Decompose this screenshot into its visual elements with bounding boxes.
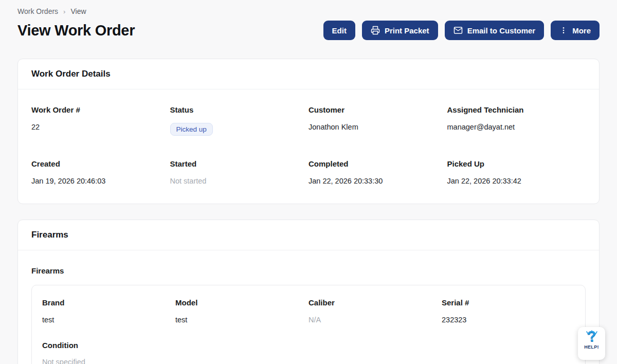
firearms-card: Firearms Firearms Brand test Model test … <box>17 220 600 364</box>
field-label: Work Order # <box>31 105 170 114</box>
field-value: Jan 19, 2026 20:46:03 <box>31 177 170 185</box>
field-value: test <box>42 316 175 324</box>
field-status: Status Picked up <box>170 105 309 136</box>
more-button[interactable]: More <box>551 21 600 40</box>
field-created: Created Jan 19, 2026 20:46:03 <box>31 159 170 185</box>
field-label: Picked Up <box>447 159 586 168</box>
field-value: Not specified <box>42 358 575 364</box>
field-label: Status <box>170 105 309 114</box>
field-label: Started <box>170 159 309 168</box>
firearm-field-grid: Brand test Model test Caliber N/A Serial… <box>42 298 575 324</box>
field-label: Condition <box>42 341 575 350</box>
toolbar: Edit Print Packet <box>323 21 600 40</box>
field-brand: Brand test <box>42 298 175 324</box>
firearms-body: Firearms Brand test Model test Caliber N… <box>18 250 599 364</box>
field-value: Jonathon Klem <box>308 123 447 131</box>
more-button-label: More <box>572 26 591 35</box>
work-order-details-header: Work Order Details <box>18 59 599 89</box>
field-value: Not started <box>170 177 309 185</box>
work-order-details-title: Work Order Details <box>31 69 586 79</box>
field-value: Jan 22, 2026 20:33:30 <box>308 177 447 185</box>
field-model: Model test <box>175 298 308 324</box>
field-label: Brand <box>42 298 175 307</box>
firearms-title: Firearms <box>31 230 586 240</box>
title-row: View Work Order Edit Print Packet <box>17 21 600 40</box>
work-order-field-grid: Work Order # 22 Status Picked up Custome… <box>31 105 586 185</box>
field-label: Created <box>31 159 170 168</box>
print-packet-button-label: Print Packet <box>385 26 429 35</box>
field-label: Assigned Technician <box>447 105 586 114</box>
field-work-order-number: Work Order # 22 <box>31 105 170 136</box>
field-caliber: Caliber N/A <box>308 298 442 324</box>
work-order-details-card: Work Order Details Work Order # 22 Statu… <box>17 59 600 204</box>
email-to-customer-button-label: Email to Customer <box>467 26 536 35</box>
field-value: manager@dayat.net <box>447 123 586 131</box>
field-picked-up: Picked Up Jan 22, 2026 20:33:42 <box>447 159 586 185</box>
page-title: View Work Order <box>17 22 135 39</box>
firearm-item-card: Brand test Model test Caliber N/A Serial… <box>31 285 586 364</box>
vertical-dots-icon <box>559 26 568 35</box>
print-packet-button[interactable]: Print Packet <box>362 21 438 40</box>
field-label: Completed <box>308 159 447 168</box>
field-started: Started Not started <box>170 159 309 185</box>
field-value: N/A <box>308 316 442 324</box>
field-value: 22 <box>31 123 170 131</box>
chevron-right-icon: › <box>63 8 65 15</box>
firearms-subheading: Firearms <box>31 266 586 275</box>
status-badge: Picked up <box>170 123 213 136</box>
breadcrumb: Work Orders › View <box>17 6 600 15</box>
help-widget[interactable]: ? HELP! <box>578 327 605 360</box>
field-label: Model <box>175 298 308 307</box>
question-mark-icon: ? <box>586 328 597 344</box>
field-serial-number: Serial # 232323 <box>442 298 575 324</box>
field-customer: Customer Jonathon Klem <box>308 105 447 136</box>
breadcrumb-view: View <box>70 7 86 15</box>
edit-button-label: Edit <box>332 26 347 35</box>
field-value: Jan 22, 2026 20:33:42 <box>447 177 586 185</box>
field-value: 232323 <box>442 316 575 324</box>
field-value: test <box>175 316 308 324</box>
field-condition: Condition Not specified <box>42 341 575 364</box>
envelope-icon <box>453 26 463 35</box>
work-order-details-body: Work Order # 22 Status Picked up Custome… <box>18 89 599 204</box>
field-label: Serial # <box>442 298 575 307</box>
email-to-customer-button[interactable]: Email to Customer <box>445 21 545 40</box>
field-label: Caliber <box>308 298 442 307</box>
field-completed: Completed Jan 22, 2026 20:33:30 <box>308 159 447 185</box>
help-label: HELP! <box>584 344 599 350</box>
breadcrumb-work-orders[interactable]: Work Orders <box>17 7 58 15</box>
view-work-order-page: Work Orders › View View Work Order Edit … <box>0 0 617 364</box>
field-label: Customer <box>308 105 447 114</box>
firearms-header: Firearms <box>18 220 599 250</box>
edit-button[interactable]: Edit <box>323 21 355 40</box>
printer-icon <box>371 26 380 35</box>
field-assigned-technician: Assigned Technician manager@dayat.net <box>447 105 586 136</box>
